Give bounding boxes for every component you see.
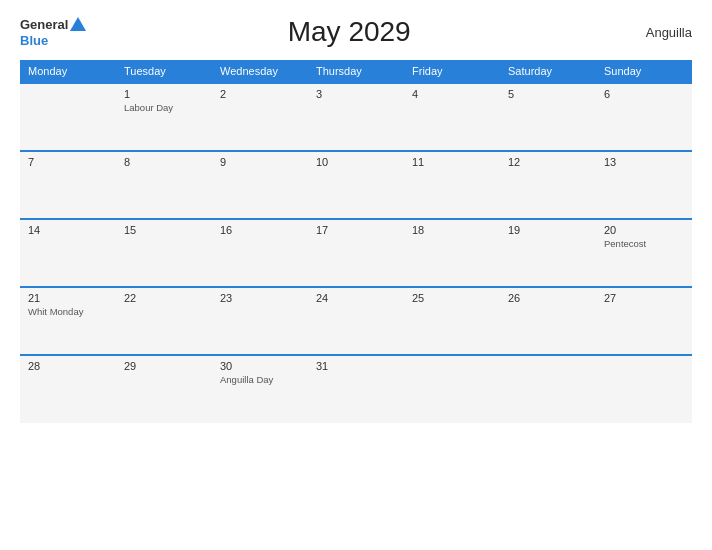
calendar-cell: 22 (116, 287, 212, 355)
calendar-cell: 17 (308, 219, 404, 287)
calendar-cell: 21Whit Monday (20, 287, 116, 355)
calendar-header-row: MondayTuesdayWednesdayThursdayFridaySatu… (20, 60, 692, 83)
logo-triangle-icon (70, 17, 86, 31)
weekday-header-sunday: Sunday (596, 60, 692, 83)
calendar-cell: 4 (404, 83, 500, 151)
calendar-cell: 13 (596, 151, 692, 219)
calendar-title: May 2029 (86, 16, 612, 48)
day-number: 2 (220, 88, 300, 100)
calendar-cell: 1Labour Day (116, 83, 212, 151)
calendar-cell: 29 (116, 355, 212, 423)
day-number: 10 (316, 156, 396, 168)
day-number: 27 (604, 292, 684, 304)
weekday-header-saturday: Saturday (500, 60, 596, 83)
day-number: 9 (220, 156, 300, 168)
logo-general-text: General (20, 17, 68, 32)
calendar-cell: 25 (404, 287, 500, 355)
day-number: 17 (316, 224, 396, 236)
calendar-cell: 27 (596, 287, 692, 355)
event-label: Anguilla Day (220, 374, 300, 385)
day-number: 6 (604, 88, 684, 100)
day-number: 26 (508, 292, 588, 304)
calendar-cell (404, 355, 500, 423)
calendar-cell: 28 (20, 355, 116, 423)
day-number: 8 (124, 156, 204, 168)
logo-blue-text: Blue (20, 33, 48, 48)
country-label: Anguilla (612, 25, 692, 40)
day-number: 23 (220, 292, 300, 304)
calendar-week-row: 1Labour Day23456 (20, 83, 692, 151)
calendar-cell: 24 (308, 287, 404, 355)
day-number: 11 (412, 156, 492, 168)
day-number: 30 (220, 360, 300, 372)
logo: General Blue (20, 17, 86, 48)
day-number: 18 (412, 224, 492, 236)
calendar-week-row: 21Whit Monday222324252627 (20, 287, 692, 355)
calendar-cell (20, 83, 116, 151)
calendar-cell: 12 (500, 151, 596, 219)
calendar-cell: 26 (500, 287, 596, 355)
day-number: 16 (220, 224, 300, 236)
calendar-cell: 10 (308, 151, 404, 219)
day-number: 21 (28, 292, 108, 304)
calendar-week-row: 14151617181920Pentecost (20, 219, 692, 287)
day-number: 29 (124, 360, 204, 372)
weekday-header-thursday: Thursday (308, 60, 404, 83)
calendar-week-row: 78910111213 (20, 151, 692, 219)
calendar-cell (500, 355, 596, 423)
day-number: 5 (508, 88, 588, 100)
day-number: 1 (124, 88, 204, 100)
day-number: 31 (316, 360, 396, 372)
day-number: 12 (508, 156, 588, 168)
calendar-cell: 19 (500, 219, 596, 287)
weekday-header-wednesday: Wednesday (212, 60, 308, 83)
calendar-table: MondayTuesdayWednesdayThursdayFridaySatu… (20, 60, 692, 423)
calendar-cell: 20Pentecost (596, 219, 692, 287)
calendar-cell: 23 (212, 287, 308, 355)
calendar-cell: 18 (404, 219, 500, 287)
calendar-cell: 16 (212, 219, 308, 287)
calendar-cell (596, 355, 692, 423)
calendar-cell: 7 (20, 151, 116, 219)
calendar-cell: 9 (212, 151, 308, 219)
day-number: 4 (412, 88, 492, 100)
day-number: 13 (604, 156, 684, 168)
calendar-cell: 5 (500, 83, 596, 151)
weekday-header-monday: Monday (20, 60, 116, 83)
day-number: 20 (604, 224, 684, 236)
weekday-header-tuesday: Tuesday (116, 60, 212, 83)
weekday-header-friday: Friday (404, 60, 500, 83)
day-number: 25 (412, 292, 492, 304)
calendar-cell: 31 (308, 355, 404, 423)
event-label: Pentecost (604, 238, 684, 249)
day-number: 3 (316, 88, 396, 100)
day-number: 19 (508, 224, 588, 236)
calendar-page: General Blue May 2029 Anguilla MondayTue… (0, 0, 712, 550)
calendar-cell: 11 (404, 151, 500, 219)
calendar-cell: 8 (116, 151, 212, 219)
calendar-cell: 15 (116, 219, 212, 287)
day-number: 22 (124, 292, 204, 304)
day-number: 7 (28, 156, 108, 168)
calendar-cell: 14 (20, 219, 116, 287)
event-label: Whit Monday (28, 306, 108, 317)
calendar-cell: 3 (308, 83, 404, 151)
calendar-cell: 30Anguilla Day (212, 355, 308, 423)
calendar-week-row: 282930Anguilla Day31 (20, 355, 692, 423)
calendar-cell: 6 (596, 83, 692, 151)
calendar-header: General Blue May 2029 Anguilla (20, 16, 692, 48)
day-number: 15 (124, 224, 204, 236)
day-number: 28 (28, 360, 108, 372)
day-number: 24 (316, 292, 396, 304)
event-label: Labour Day (124, 102, 204, 113)
calendar-cell: 2 (212, 83, 308, 151)
day-number: 14 (28, 224, 108, 236)
